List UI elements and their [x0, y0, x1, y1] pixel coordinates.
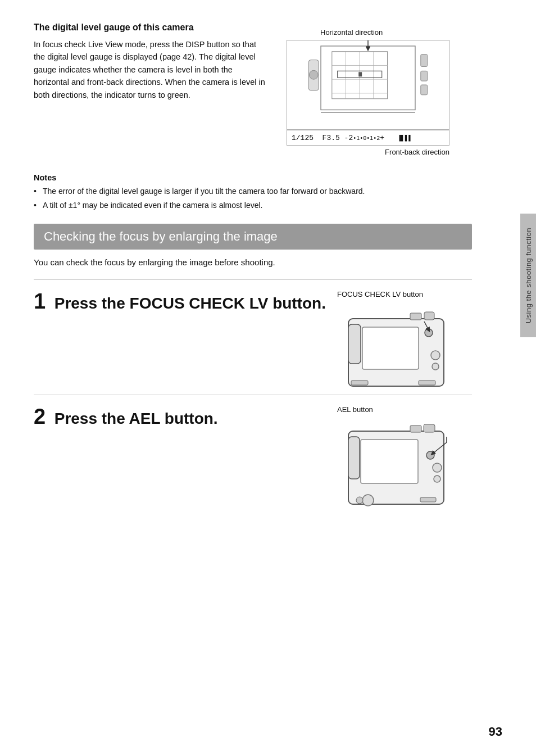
step-2-section: 2 Press the AEL button. AEL button — [34, 395, 472, 515]
horizontal-direction-label: Horizontal direction — [320, 28, 449, 37]
level-gauge-diagram — [287, 40, 449, 130]
svg-rect-9 — [358, 72, 362, 76]
page-number: 93 — [489, 725, 502, 739]
svg-point-38 — [362, 495, 374, 506]
step-2-title: 2 Press the AEL button. — [34, 405, 326, 429]
svg-rect-21 — [424, 312, 434, 320]
svg-rect-30 — [348, 437, 360, 479]
step-2-text: Press the AEL button. — [54, 410, 218, 427]
svg-rect-26 — [351, 381, 368, 385]
front-back-label: Front-back direction — [287, 148, 449, 156]
svg-rect-20 — [410, 313, 421, 320]
status-bar-text: 1/125 F3.5 -2•1•0•1•2+ ▐▌▌▌ — [292, 134, 412, 142]
digital-level-section: The digital level gauge of this camera I… — [34, 22, 270, 156]
focus-check-lv-label: FOCUS CHECK LV button — [337, 290, 423, 298]
step-1-section: 1 Press the FOCUS CHECK LV button. FOCUS… — [34, 279, 472, 395]
sidebar-tab: Using the shooting function — [520, 214, 536, 337]
svg-rect-32 — [424, 424, 435, 432]
svg-rect-29 — [361, 440, 418, 483]
digital-level-title: The digital level gauge of this camera — [34, 22, 270, 33]
step-2-number: 2 — [34, 405, 46, 428]
svg-rect-31 — [410, 425, 421, 432]
step-1-text: Press the FOCUS CHECK LV button. — [54, 295, 326, 312]
step-1-left: 1 Press the FOCUS CHECK LV button. — [34, 290, 326, 317]
sidebar-tab-label: Using the shooting function — [524, 228, 533, 323]
svg-rect-11 — [421, 71, 428, 81]
notes-section: Notes The error of the digital level gau… — [34, 173, 472, 211]
ael-button-label: AEL button — [337, 405, 373, 414]
step-2-left: 2 Press the AEL button. — [34, 405, 326, 432]
svg-point-33 — [433, 463, 442, 472]
step-1-title: 1 Press the FOCUS CHECK LV button. — [34, 290, 326, 314]
svg-point-23 — [432, 363, 439, 370]
svg-rect-27 — [419, 381, 435, 385]
diagram-section: Horizontal direction — [287, 22, 472, 156]
note-item-1: The error of the digital level gauge is … — [34, 185, 472, 197]
svg-rect-12 — [421, 85, 428, 95]
svg-rect-39 — [420, 497, 436, 502]
status-bar: 1/125 F3.5 -2•1•0•1•2+ ▐▌▌▌ — [287, 130, 449, 146]
step-2-right: AEL button — [337, 405, 472, 515]
notes-list: The error of the digital level gauge is … — [34, 185, 472, 211]
section-header: Checking the focus by enlarging the imag… — [34, 224, 472, 250]
step-2-camera-illustration — [337, 417, 458, 515]
digital-level-body: In focus check Live View mode, press the… — [34, 38, 270, 101]
svg-point-35 — [426, 451, 434, 459]
step-1-right: FOCUS CHECK LV button — [337, 290, 472, 395]
svg-point-22 — [431, 351, 440, 360]
step-1-number: 1 — [34, 289, 46, 313]
note-item-2: A tilt of ±1° may be indicated even if t… — [34, 200, 472, 211]
svg-point-34 — [434, 476, 440, 482]
svg-rect-19 — [348, 324, 361, 364]
svg-rect-10 — [421, 55, 428, 67]
svg-point-24 — [425, 329, 433, 337]
notes-title: Notes — [34, 173, 472, 182]
section-subtitle: You can check the focus by enlarging the… — [34, 257, 472, 267]
svg-point-14 — [309, 70, 318, 79]
svg-rect-18 — [362, 327, 419, 369]
step-1-camera-illustration — [337, 302, 455, 395]
svg-point-40 — [356, 497, 363, 504]
